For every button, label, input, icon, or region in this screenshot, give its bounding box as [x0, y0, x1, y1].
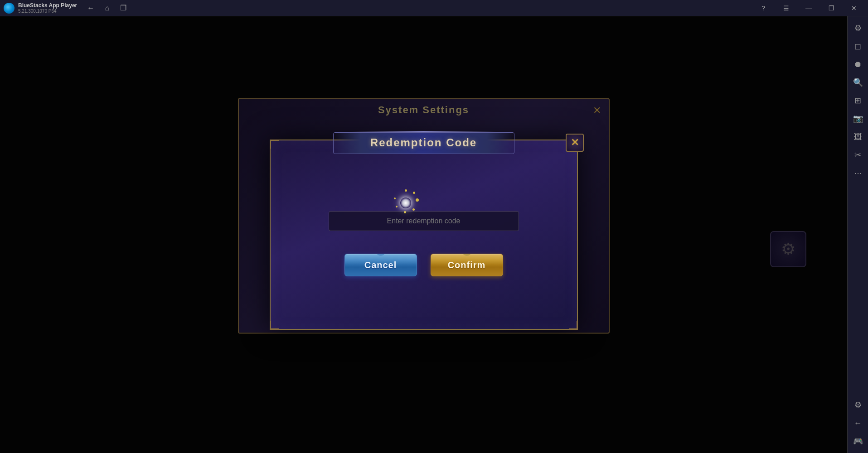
sidebar-display-icon[interactable]: ◻: [850, 38, 866, 54]
sidebar-screenshot-icon[interactable]: 🖼: [850, 129, 866, 145]
confirm-button[interactable]: Confirm: [431, 254, 503, 276]
modal-backdrop: Redemption Code ✕: [0, 16, 847, 453]
app-info: BlueStacks App Player 5.21.300.1070 P64: [18, 2, 77, 14]
spinner-dot-2: [413, 192, 415, 194]
sidebar-search-icon[interactable]: 🔍: [850, 74, 866, 91]
app-name: BlueStacks App Player: [18, 2, 77, 9]
help-button[interactable]: ?: [753, 2, 774, 14]
sidebar-storage-icon[interactable]: ⊞: [850, 92, 866, 109]
titlebar-nav: ← ⌂ ❐: [84, 2, 130, 14]
close-button[interactable]: ✕: [844, 2, 864, 14]
minimize-button[interactable]: —: [798, 2, 819, 14]
multi-button[interactable]: ❐: [117, 2, 130, 14]
right-sidebar: ⚙ ◻ ⏺ 🔍 ⊞ 📷 🖼 ✂ ⋯ ⚙ ← 🎮: [847, 16, 868, 453]
sidebar-bottom-settings-icon[interactable]: ⚙: [850, 397, 866, 413]
main-content: System Settings ✕ ⚙ Redemption Code: [0, 16, 847, 453]
modal-title-banner: Redemption Code: [333, 132, 514, 154]
modal-title: Redemption Code: [370, 136, 477, 149]
window-controls: ? ☰ — ❐ ✕: [753, 2, 864, 14]
modal-body: Cancel Confirm: [271, 168, 577, 329]
spinner-dot-4: [412, 208, 415, 211]
spinner-center: [400, 198, 411, 208]
spinner-dot-3: [416, 198, 419, 202]
modal-buttons: Cancel Confirm: [344, 254, 503, 276]
sidebar-record-icon[interactable]: ⏺: [850, 56, 866, 72]
back-button[interactable]: ←: [84, 2, 97, 14]
code-input-container: [329, 211, 519, 231]
redemption-modal: Redemption Code ✕: [270, 140, 578, 330]
modal-title-area: Redemption Code: [333, 132, 514, 154]
modal-close-button[interactable]: ✕: [566, 134, 584, 152]
app-version: 5.21.300.1070 P64: [18, 9, 77, 14]
home-button[interactable]: ⌂: [101, 2, 113, 14]
sidebar-more-icon[interactable]: ⋯: [850, 165, 866, 181]
modal-corner-tl: [270, 140, 279, 149]
spinner-dot-1: [405, 189, 407, 192]
spinner-dot-6: [396, 206, 398, 207]
sidebar-settings-icon[interactable]: ⚙: [850, 20, 866, 36]
code-input[interactable]: [329, 211, 519, 231]
titlebar: BlueStacks App Player 5.21.300.1070 P64 …: [0, 0, 868, 16]
cancel-button[interactable]: Cancel: [344, 254, 417, 276]
sidebar-controller-icon[interactable]: 🎮: [850, 433, 866, 449]
app-logo: [4, 3, 15, 14]
sidebar-arrow-icon[interactable]: ←: [850, 415, 866, 431]
menu-button[interactable]: ☰: [776, 2, 796, 14]
spinner-dot-7: [394, 198, 396, 199]
restore-button[interactable]: ❐: [821, 2, 842, 14]
sidebar-camera-icon[interactable]: 📷: [850, 111, 866, 127]
sidebar-crop-icon[interactable]: ✂: [850, 147, 866, 163]
game-overlay: System Settings ✕ ⚙ Redemption Code: [0, 16, 847, 453]
